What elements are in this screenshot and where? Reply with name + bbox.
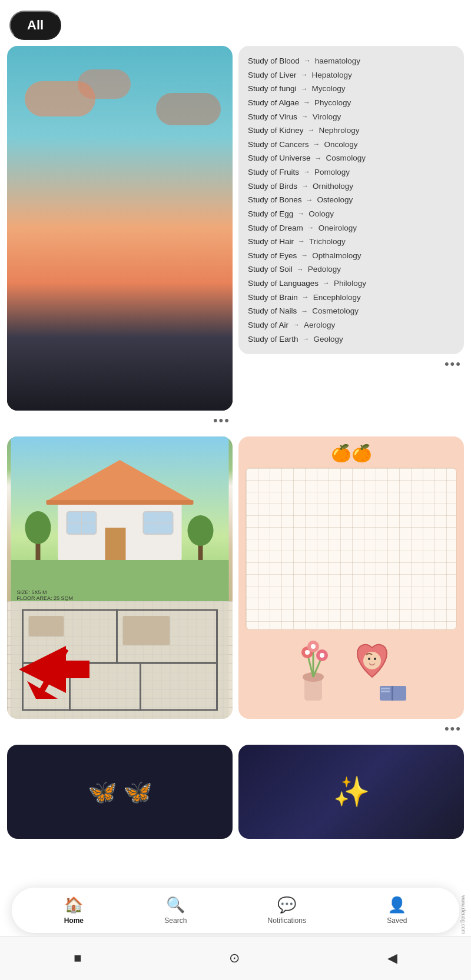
study-subject: Study of Liver bbox=[248, 68, 297, 82]
study-arrow: → bbox=[313, 138, 320, 151]
search-label: Search bbox=[164, 916, 187, 925]
notifications-label: Notifications bbox=[268, 916, 306, 925]
study-field: Nephrology bbox=[319, 124, 360, 138]
study-subject: Study of Brain bbox=[248, 291, 298, 305]
house-exterior-photo: SMALL HOUSE DESIGN IDEAS PHILIPPINES - B… bbox=[7, 436, 233, 601]
study-list-item: Study of Brain → Encephlology bbox=[248, 291, 455, 305]
study-field: haematology bbox=[315, 54, 360, 68]
palm-image-card[interactable]: ••• bbox=[7, 46, 233, 431]
svg-rect-75 bbox=[381, 691, 390, 692]
study-subject: Study of Fruits bbox=[248, 165, 299, 179]
study-field: Encephlology bbox=[313, 291, 361, 305]
butterfly-left: 🦋 bbox=[88, 778, 117, 806]
android-navigation: ■ ⊙ ◀ bbox=[0, 936, 471, 980]
svg-point-71 bbox=[374, 658, 376, 660]
svg-point-66 bbox=[305, 650, 310, 655]
study-arrow: → bbox=[301, 83, 308, 95]
bottom-navigation: 🏠 Home 🔍 Search 💬 Notifications 👤 Saved bbox=[12, 888, 459, 933]
study-arrow: → bbox=[303, 166, 310, 178]
notepad-bottom-deco bbox=[293, 636, 410, 712]
study-list-item: Study of Universe → Cosmology bbox=[248, 151, 455, 165]
nav-saved[interactable]: 👤 Saved bbox=[387, 896, 407, 925]
svg-marker-57 bbox=[19, 646, 89, 693]
home-icon: 🏠 bbox=[64, 896, 83, 914]
svg-point-42 bbox=[25, 511, 51, 544]
palm-card-dots[interactable]: ••• bbox=[7, 411, 233, 431]
study-field: Cosmology bbox=[326, 151, 366, 165]
study-field: Osteology bbox=[317, 193, 353, 207]
study-subject: Study of Universe bbox=[248, 151, 311, 165]
study-arrow: → bbox=[301, 305, 308, 318]
study-arrow: → bbox=[306, 194, 313, 206]
study-subject: Study of Air bbox=[248, 318, 288, 332]
nav-search[interactable]: 🔍 Search bbox=[164, 896, 187, 925]
study-list-item: Study of Egg → Oology bbox=[248, 207, 455, 221]
study-list-item: Study of Earth → Geology bbox=[248, 332, 455, 346]
svg-rect-34 bbox=[105, 528, 126, 560]
cloud-3 bbox=[156, 93, 221, 125]
study-list-item: Study of Eyes → Opthalmology bbox=[248, 249, 455, 263]
android-back-button[interactable]: ◀ bbox=[387, 951, 397, 966]
svg-rect-74 bbox=[381, 688, 390, 689]
study-arrow: → bbox=[302, 291, 309, 304]
red-arrow-indicator bbox=[19, 640, 89, 701]
study-arrow: → bbox=[308, 124, 315, 136]
house-design-card[interactable]: SMALL HOUSE DESIGN IDEAS PHILIPPINES - B… bbox=[7, 436, 233, 739]
study-field: Virology bbox=[313, 110, 341, 124]
study-field: Philology bbox=[334, 276, 366, 291]
study-list-item: Study of Fruits → Pomology bbox=[248, 165, 455, 179]
svg-text:SIZE: 5X5 M: SIZE: 5X5 M bbox=[17, 589, 47, 595]
study-list-item: Study of Soil → Pedology bbox=[248, 262, 455, 276]
dark-card-right[interactable]: ✨ bbox=[238, 745, 464, 839]
study-list-item: Study of Blood → haematology bbox=[248, 54, 455, 68]
notepad-card-dots[interactable]: ••• bbox=[238, 719, 464, 739]
study-field: Pedology bbox=[308, 262, 341, 276]
study-subject: Study of Soil bbox=[248, 262, 293, 276]
home-label: Home bbox=[64, 916, 84, 925]
study-arrow: → bbox=[307, 222, 314, 234]
study-arrow: → bbox=[298, 235, 305, 248]
svg-point-70 bbox=[368, 658, 370, 660]
svg-rect-54 bbox=[29, 616, 64, 636]
filter-all-button[interactable]: All bbox=[9, 11, 61, 40]
study-field: Hepatology bbox=[312, 68, 352, 82]
study-subject: Study of Nails bbox=[248, 304, 297, 318]
study-subject: Study of Virus bbox=[248, 110, 297, 124]
study-field: Oncology bbox=[324, 138, 358, 152]
svg-rect-33 bbox=[47, 500, 194, 505]
study-field: Oneirology bbox=[319, 221, 357, 235]
nav-home[interactable]: 🏠 Home bbox=[64, 896, 84, 925]
study-arrow: → bbox=[301, 180, 309, 192]
bottom-row: 🦋 🦋 ✨ bbox=[7, 745, 464, 839]
android-home-button[interactable]: ⊙ bbox=[229, 951, 240, 966]
study-list-card: Study of Blood → haematologyStudy of Liv… bbox=[238, 46, 464, 431]
study-list-content: Study of Blood → haematologyStudy of Liv… bbox=[238, 46, 464, 354]
study-list-item: Study of Birds → Ornithology bbox=[248, 179, 455, 194]
android-square-button[interactable]: ■ bbox=[74, 951, 81, 966]
study-arrow: → bbox=[297, 264, 304, 276]
svg-point-44 bbox=[188, 515, 214, 546]
study-field: Cosmetology bbox=[312, 304, 359, 318]
study-subject: Study of Bones bbox=[248, 193, 302, 207]
study-list-item: Study of Algae → Phycology bbox=[248, 96, 455, 110]
notepad-paper bbox=[246, 468, 457, 630]
nav-notifications[interactable]: 💬 Notifications bbox=[268, 896, 306, 925]
study-subject: Study of Birds bbox=[248, 179, 297, 194]
study-subject: Study of Dream bbox=[248, 221, 303, 235]
study-arrow: → bbox=[303, 333, 310, 345]
notepad-top-emoji: 🍊🍊 bbox=[331, 444, 372, 463]
butterfly-card-left[interactable]: 🦋 🦋 bbox=[7, 745, 233, 839]
svg-point-68 bbox=[320, 653, 324, 658]
study-field: Phycology bbox=[314, 96, 351, 110]
study-card-dots[interactable]: ••• bbox=[238, 354, 464, 374]
house-illustration: SIZE: 5X5 M FLOOR AREA: 25 SQM bbox=[7, 436, 233, 601]
study-subject: Study of fungi bbox=[248, 82, 297, 96]
saved-icon: 👤 bbox=[387, 896, 406, 914]
study-arrow: → bbox=[303, 96, 310, 109]
notepad-card-wrapper[interactable]: 🍊🍊 bbox=[238, 436, 464, 739]
watermark: www.deuag.com bbox=[460, 895, 466, 934]
study-field: Aerology bbox=[304, 318, 335, 332]
study-list-item: Study of Hair → Trichology bbox=[248, 235, 455, 249]
study-subject: Study of Kidney bbox=[248, 124, 304, 138]
study-subject: Study of Blood bbox=[248, 54, 300, 68]
